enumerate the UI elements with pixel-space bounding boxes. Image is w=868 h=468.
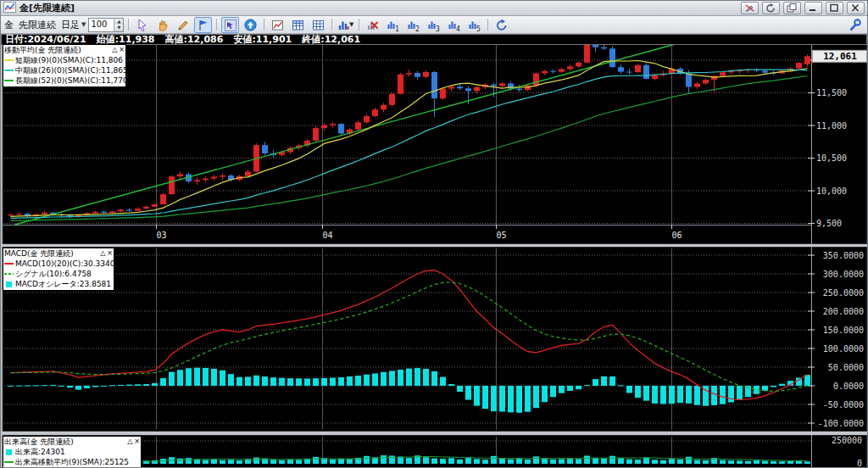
- legend-row: シグナル(10):6.4758: [4, 269, 113, 279]
- signal-line-swatch: [4, 273, 14, 275]
- quote-table-button[interactable]: [289, 17, 307, 33]
- stepper-buttons[interactable]: ▲▼: [114, 19, 123, 31]
- remove-indicator-button[interactable]: [364, 17, 381, 33]
- pencil-icon: [176, 19, 189, 31]
- timeframe-select[interactable]: 日足 ▼: [61, 19, 86, 31]
- ohlc-info-bar: 日付:2024/06/21 始値:11,938 高値:12,086 安値:11,…: [1, 34, 867, 45]
- chevron-down-icon: ▼: [81, 21, 86, 28]
- svg-text:100.0000: 100.0000: [823, 344, 864, 354]
- pan-tool-button[interactable]: [153, 17, 171, 33]
- pointer-tool-button[interactable]: [133, 17, 151, 33]
- indicator-5-icon: 5: [468, 19, 481, 31]
- legend-row: 出来高移動平均(9)(SMA):25125: [4, 457, 140, 467]
- macd-oscillator-label: MACDオシレータ:23.8581: [15, 279, 111, 289]
- ma-short-swatch: [4, 59, 14, 61]
- ma-mid-swatch: [4, 70, 14, 71]
- duplicate-button[interactable]: [783, 2, 801, 14]
- indicator-3-icon: 3: [427, 19, 440, 31]
- indicator-3-button[interactable]: 3: [425, 17, 442, 33]
- legend-close-icon[interactable]: ×: [119, 45, 125, 55]
- toolbar-separator: [487, 19, 488, 31]
- flag-tool-button[interactable]: [194, 17, 212, 33]
- svg-text:10,000: 10,000: [816, 187, 847, 196]
- toolbar-separator: [264, 19, 264, 31]
- svg-text:05: 05: [496, 231, 506, 240]
- toolbar-separator: [359, 19, 359, 31]
- refresh-button[interactable]: [492, 17, 510, 33]
- legend-collapse-icon[interactable]: △: [112, 45, 117, 55]
- chart-canvas[interactable]: 0304050611,50011,00010,50010,0009,50012,…: [1, 1, 868, 468]
- svg-text:12,061: 12,061: [823, 51, 857, 62]
- macd-oscillator-swatch: [6, 281, 12, 287]
- annotation-off-button[interactable]: [741, 2, 759, 14]
- svg-text:5: 5: [476, 25, 481, 31]
- svg-text:-50.0000: -50.0000: [823, 400, 864, 410]
- close-icon: [850, 3, 861, 13]
- svg-text:10,500: 10,500: [816, 153, 847, 163]
- svg-text:9,500: 9,500: [816, 219, 842, 228]
- indicator-4-icon: 4: [448, 19, 460, 31]
- ma-mid-label: 中期線(26)(0)(SMA)(C):11,865: [15, 65, 128, 75]
- legend-close-icon[interactable]: ×: [107, 248, 113, 259]
- svg-text:-100.0000: -100.0000: [818, 419, 864, 428]
- bar-count-value: 100: [89, 19, 114, 31]
- maximize-button[interactable]: [826, 2, 843, 14]
- new-chart-button[interactable]: [269, 17, 287, 33]
- legend-row: MACDオシレータ:23.8581: [4, 279, 113, 289]
- toolbar-separator: [128, 19, 129, 31]
- close-value: 終値:12,061: [302, 33, 360, 46]
- svg-text:50.0000: 50.0000: [828, 363, 864, 372]
- svg-text:200.0000: 200.0000: [823, 307, 864, 316]
- toolbar-separator: [216, 19, 217, 31]
- grid-icon: [312, 19, 325, 31]
- ma-long-swatch: [4, 80, 14, 81]
- svg-text:06: 06: [671, 231, 682, 240]
- duplicate-icon: [787, 3, 798, 13]
- macd-line-label: MACD(10)(20)(C):30.3340: [15, 259, 114, 269]
- svg-text:4: 4: [456, 25, 460, 31]
- chevron-down-icon: ▼: [349, 21, 353, 28]
- draw-tool-button[interactable]: [174, 17, 192, 33]
- app-window: 0304050611,50011,00010,50010,0009,50012,…: [0, 0, 868, 468]
- svg-text:04: 04: [322, 231, 332, 240]
- legend-row: MACD(10)(20)(C):30.3340: [4, 259, 113, 269]
- volume-ma-label: 出来高移動平均(9)(SMA):25125: [15, 457, 129, 467]
- low-value: 安値:11,901: [233, 33, 292, 46]
- volume-legend-title: 出来高(金 先限連続): [4, 437, 125, 447]
- scroll-latest-button[interactable]: [242, 17, 259, 33]
- indicator-5-button[interactable]: 5: [465, 17, 483, 33]
- svg-text:250000: 250000: [832, 436, 862, 445]
- ma-long-label: 長期線(52)(0)(SMA)(C):11,770: [15, 75, 128, 86]
- indicator-4-button[interactable]: 4: [445, 17, 463, 33]
- select-region-button[interactable]: [221, 17, 239, 33]
- settings-button[interactable]: [846, 17, 864, 33]
- signal-line-label: シグナル(10):6.4758: [15, 269, 92, 279]
- svg-text:0.0000: 0.0000: [833, 382, 864, 391]
- legend-collapse-icon[interactable]: △: [100, 248, 105, 259]
- legend-collapse-icon[interactable]: △: [127, 437, 132, 447]
- indicator-1-button[interactable]: 1: [384, 17, 402, 33]
- price-legend-title: 移動平均(金 先限連続): [4, 45, 110, 55]
- step-down-icon[interactable]: ▼: [114, 25, 123, 31]
- close-button[interactable]: [847, 2, 865, 14]
- svg-text:3: 3: [436, 25, 440, 31]
- pointer-icon: [136, 19, 148, 31]
- timeframe-value: 日足: [61, 19, 80, 31]
- svg-text:300.0000: 300.0000: [823, 270, 864, 279]
- indicator-2-icon: 2: [407, 19, 420, 31]
- grid-view-button[interactable]: [309, 17, 327, 33]
- svg-text:11,500: 11,500: [816, 88, 847, 98]
- minimize-button[interactable]: [804, 2, 822, 14]
- svg-text:2: 2: [415, 25, 420, 31]
- high-value: 高値:12,086: [165, 33, 224, 46]
- chart-style-button[interactable]: ▼: [337, 17, 354, 33]
- svg-text:0: 0: [857, 459, 862, 468]
- step-up-icon[interactable]: ▲: [114, 19, 123, 25]
- bar-count-stepper[interactable]: 100 ▲▼: [88, 18, 124, 32]
- legend-close-icon[interactable]: ×: [134, 437, 140, 447]
- instrument-label: 金: [4, 19, 14, 31]
- indicator-2-button[interactable]: 2: [404, 17, 422, 33]
- reload-button[interactable]: [762, 2, 780, 14]
- svg-text:150.0000: 150.0000: [823, 326, 864, 335]
- macd-legend: MACD(金 先限連続) △ × MACD(10)(20)(C):30.3340…: [3, 248, 114, 291]
